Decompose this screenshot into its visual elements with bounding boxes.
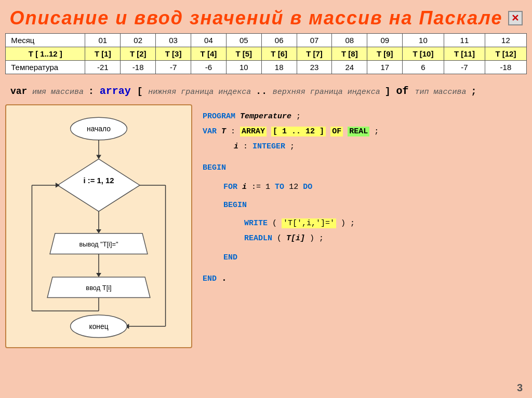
code-line-2: VAR T : ARRAY [ 1 .. 12 ] OF REAL ; xyxy=(203,125,516,139)
var-t: T xyxy=(221,127,226,136)
semicolon-4: ; xyxy=(290,142,295,151)
keyword-end-outer: END xyxy=(203,275,217,283)
keyword-of-highlight: OF xyxy=(330,127,343,136)
keyword-real-highlight: REAL xyxy=(348,127,369,136)
var-declaration-line: var имя массива : array [ нижняя граница… xyxy=(0,78,532,104)
code-line-blank-5 xyxy=(203,246,516,251)
semicolon-3: ; xyxy=(374,127,379,136)
flowchart-svg: начало i := 1, 12 вывод "T[i]=" ввод T[i… xyxy=(6,105,191,347)
var-i: i xyxy=(234,142,238,151)
flowchart-input-label: ввод T[i] xyxy=(86,284,111,292)
var-name-placeholder: имя массива xyxy=(32,88,88,97)
code-line-6: BEGIN xyxy=(203,198,516,212)
write-open: ( xyxy=(272,219,282,228)
keyword-readln: READLN xyxy=(244,234,272,243)
flowchart-start-label: начало xyxy=(87,125,111,133)
title-area: Описание и ввод значений в массив на Пас… xyxy=(0,0,532,33)
keyword-array-highlight: ARRAY xyxy=(240,127,267,136)
keyword-to: TO xyxy=(275,183,284,191)
svg-marker-14 xyxy=(56,183,60,188)
keyword-var: var xyxy=(10,86,27,97)
readln-open: ( xyxy=(277,234,286,243)
keyword-var-code: VAR xyxy=(203,127,217,136)
lower-bound-label: нижняя граница индекса xyxy=(148,88,256,97)
table-row-temp: Температура -21 -18 -7 -6 10 18 23 24 17… xyxy=(6,61,527,74)
upper-bound-label: верхняя граница индекса xyxy=(273,88,385,97)
code-line-blank-6 xyxy=(203,266,516,270)
keyword-of: of xyxy=(396,85,415,97)
readln-arg: T[i] xyxy=(286,234,305,243)
code-line-3: i : INTEGER ; xyxy=(203,140,516,154)
close-button[interactable]: ✕ xyxy=(508,11,523,25)
flowchart-area: начало i := 1, 12 вывод "T[i]=" ввод T[i… xyxy=(5,104,192,348)
keyword-integer: INTEGER xyxy=(252,142,285,151)
type-placeholder: тип массива xyxy=(415,88,471,97)
table-row-header: Месяц 01 02 03 04 05 06 07 08 09 10 11 1… xyxy=(6,34,527,47)
page-number: 3 xyxy=(517,382,523,394)
page-title: Описание и ввод значений в массив на Пас… xyxy=(9,7,502,29)
code-line-blank-2 xyxy=(203,176,516,180)
code-line-10: END . xyxy=(203,270,516,286)
for-var-i: i xyxy=(242,183,247,191)
bracket-open: [ xyxy=(137,86,149,97)
svg-marker-8 xyxy=(96,273,101,277)
svg-marker-5 xyxy=(96,229,101,234)
flowchart-output-label: вывод "T[i]=" xyxy=(79,240,118,248)
colon-symbol: : xyxy=(88,86,100,97)
keyword-end-inner: END xyxy=(223,253,237,262)
code-line-7: WRITE ( 'T[',i,']=' ) ; xyxy=(203,216,516,230)
dotdot-symbol: .. xyxy=(256,86,272,97)
array-range-highlight: [ 1 .. 12 ] xyxy=(271,127,326,136)
keyword-do: DO xyxy=(303,183,312,191)
flowchart-loop-label: i := 1, 12 xyxy=(84,176,114,185)
flowchart-end-label: конец xyxy=(89,322,108,331)
svg-marker-2 xyxy=(96,155,101,159)
code-line-8: READLN ( T[i] ) ; xyxy=(203,231,516,245)
keyword-begin: BEGIN xyxy=(203,163,226,172)
keyword-program: PROGRAM xyxy=(203,112,235,121)
code-line-blank-1 xyxy=(203,155,516,161)
code-line-4: BEGIN xyxy=(203,161,516,175)
keyword-for: FOR xyxy=(223,183,237,191)
semicolon-1: ; xyxy=(296,112,301,121)
keyword-write: WRITE xyxy=(244,219,268,228)
for-end: 12 xyxy=(289,183,298,191)
write-arg: 'T[',i,']=' xyxy=(282,218,336,228)
write-close: ) ; xyxy=(341,219,355,228)
svg-marker-3 xyxy=(58,159,140,211)
for-start: 1 xyxy=(265,183,270,191)
code-line-9: END xyxy=(203,251,516,265)
bracket-close: ] xyxy=(385,86,396,97)
program-name: Temperature xyxy=(240,112,291,121)
keyword-begin-inner: BEGIN xyxy=(223,201,247,210)
keyword-array: array xyxy=(100,85,137,97)
dot-end: . xyxy=(221,273,227,283)
table-row-t: T [ 1..12 ] T [1] T [2] T [3] T [4] T [5… xyxy=(6,47,527,61)
readln-close: ) ; xyxy=(310,234,324,243)
code-line-5: FOR i := 1 TO 12 DO xyxy=(203,180,516,194)
semicolon-symbol: ; xyxy=(471,86,476,97)
colon-2: : xyxy=(231,127,240,136)
code-line-1: PROGRAM Temperature ; xyxy=(203,109,516,123)
header-month: Месяц xyxy=(6,34,85,47)
code-area: PROGRAM Temperature ; VAR T : ARRAY [ 1 … xyxy=(192,104,527,348)
colon-3: : xyxy=(243,142,252,151)
assign-symbol: := xyxy=(251,183,265,191)
main-content: начало i := 1, 12 вывод "T[i]=" ввод T[i… xyxy=(0,104,532,348)
data-table: Месяц 01 02 03 04 05 06 07 08 09 10 11 1… xyxy=(5,33,527,74)
